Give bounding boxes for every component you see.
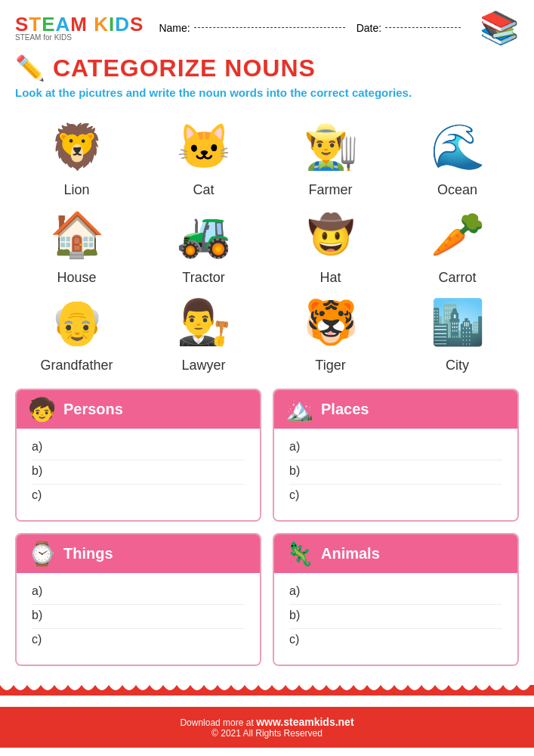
things-line-a[interactable]: a) bbox=[32, 581, 245, 605]
places-body: a) b) c) bbox=[274, 429, 517, 520]
persons-line-a[interactable]: a) bbox=[32, 436, 245, 460]
name-date-area: Name: Date: bbox=[159, 22, 472, 34]
noun-label-hat: Hat bbox=[319, 270, 341, 286]
persons-icon: 🧒 bbox=[28, 396, 56, 423]
noun-item-tractor: 🚜 Tractor bbox=[142, 202, 265, 286]
logo-t: T bbox=[29, 13, 42, 36]
tiger-image: 🐯 bbox=[286, 290, 376, 354]
logo-s: S bbox=[15, 13, 29, 36]
farmer-image: 👨‍🌾 bbox=[286, 114, 376, 178]
logo-e: E bbox=[42, 13, 55, 36]
subtitle: Look at the picutres and write the noun … bbox=[0, 86, 534, 107]
noun-item-carrot: 🥕 Carrot bbox=[396, 202, 519, 286]
noun-item-grandfather: 👴 Grandfather bbox=[15, 290, 138, 373]
date-field: Date: bbox=[357, 22, 461, 34]
logo-a: A bbox=[56, 13, 71, 36]
things-line-b[interactable]: b) bbox=[32, 605, 245, 629]
noun-item-farmer: 👨‍🌾 Farmer bbox=[269, 114, 392, 198]
noun-item-tiger: 🐯 Tiger bbox=[269, 290, 392, 373]
pencil-icon: ✏️ bbox=[15, 54, 45, 82]
noun-label-cat: Cat bbox=[193, 182, 214, 198]
noun-label-tiger: Tiger bbox=[315, 358, 345, 373]
footer-download: Download more at www.steamkids.net bbox=[15, 716, 519, 728]
footer-container: Download more at www.steamkids.net © 202… bbox=[0, 685, 534, 748]
cat-image: 🐱 bbox=[159, 114, 249, 178]
things-body: a) b) c) bbox=[17, 573, 260, 665]
animals-body: a) b) c) bbox=[274, 573, 517, 665]
header: STEAM KIDS STEAM for KIDS Name: Date: 📚 bbox=[0, 0, 534, 50]
animals-title: Animals bbox=[321, 545, 380, 562]
hat-image: 🤠 bbox=[286, 202, 376, 266]
logo-s2: S bbox=[130, 13, 144, 36]
grandfather-image: 👴 bbox=[32, 290, 122, 354]
noun-item-ocean: 🌊 Ocean bbox=[396, 114, 519, 198]
persons-title: Persons bbox=[63, 401, 123, 418]
noun-item-lawyer: 👨‍⚖️ Lawyer bbox=[142, 290, 265, 373]
noun-label-ocean: Ocean bbox=[437, 182, 477, 198]
persons-line-b[interactable]: b) bbox=[32, 460, 245, 485]
ocean-image: 🌊 bbox=[412, 114, 503, 178]
noun-item-hat: 🤠 Hat bbox=[269, 202, 392, 286]
logo-d: D bbox=[115, 13, 130, 36]
category-animals: 🦎 Animals a) b) c) bbox=[273, 533, 519, 666]
places-title: Places bbox=[321, 401, 369, 418]
places-line-a[interactable]: a) bbox=[289, 436, 502, 460]
things-header: ⌚ Things bbox=[17, 534, 260, 573]
noun-label-lawyer: Lawyer bbox=[181, 358, 225, 373]
footer-url[interactable]: www.steamkids.net bbox=[256, 716, 353, 728]
lawyer-image: 👨‍⚖️ bbox=[159, 290, 249, 354]
persons-body: a) b) c) bbox=[17, 429, 260, 520]
things-icon: ⌚ bbox=[28, 541, 56, 567]
date-label: Date: bbox=[357, 22, 381, 34]
places-icon: 🏔️ bbox=[286, 396, 313, 423]
noun-item-cat: 🐱 Cat bbox=[142, 114, 265, 198]
city-image: 🏙️ bbox=[412, 290, 503, 354]
logo-text: STEAM KIDS bbox=[15, 14, 144, 36]
persons-header: 🧒 Persons bbox=[17, 390, 260, 429]
animals-line-a[interactable]: a) bbox=[289, 581, 502, 605]
lion-image: 🦁 bbox=[32, 114, 122, 178]
places-line-c[interactable]: c) bbox=[289, 485, 502, 509]
house-image: 🏠 bbox=[32, 202, 122, 266]
noun-label-house: House bbox=[57, 270, 96, 286]
ab-book-icon: 📚 bbox=[480, 9, 519, 46]
name-label: Name: bbox=[159, 22, 190, 34]
noun-item-lion: 🦁 Lion bbox=[15, 114, 138, 198]
footer-download-text: Download more at bbox=[180, 717, 256, 728]
noun-label-lion: Lion bbox=[63, 182, 89, 198]
footer: Download more at www.steamkids.net © 202… bbox=[0, 707, 534, 748]
places-line-b[interactable]: b) bbox=[289, 460, 502, 485]
category-places: 🏔️ Places a) b) c) bbox=[273, 389, 519, 522]
date-input-line[interactable] bbox=[385, 27, 461, 28]
logo-m: M bbox=[70, 13, 88, 36]
name-input-line[interactable] bbox=[194, 27, 345, 28]
main-title: CATEGORIZE NOUNS bbox=[53, 54, 316, 82]
name-field: Name: bbox=[159, 22, 344, 34]
logo-subtitle: STEAM for KIDS bbox=[15, 33, 72, 42]
noun-label-farmer: Farmer bbox=[309, 182, 353, 198]
noun-label-city: City bbox=[446, 358, 469, 373]
things-line-c[interactable]: c) bbox=[32, 629, 245, 653]
places-header: 🏔️ Places bbox=[274, 390, 517, 429]
tractor-image: 🚜 bbox=[159, 202, 249, 266]
logo-k: K bbox=[94, 13, 109, 36]
animals-header: 🦎 Animals bbox=[274, 534, 517, 573]
categories-section: 🧒 Persons a) b) c) 🏔️ Places a) b) c) ⌚ … bbox=[0, 381, 534, 674]
footer-scallop bbox=[0, 685, 534, 696]
persons-line-c[interactable]: c) bbox=[32, 485, 245, 509]
animals-line-b[interactable]: b) bbox=[289, 605, 502, 629]
noun-item-house: 🏠 House bbox=[15, 202, 138, 286]
things-title: Things bbox=[63, 545, 113, 562]
scallop-svg bbox=[0, 685, 534, 696]
noun-item-city: 🏙️ City bbox=[396, 290, 519, 373]
carrot-image: 🥕 bbox=[412, 202, 503, 266]
title-section: ✏️ CATEGORIZE NOUNS bbox=[0, 50, 534, 86]
animals-line-c[interactable]: c) bbox=[289, 629, 502, 653]
noun-label-carrot: Carrot bbox=[438, 270, 476, 286]
logo-area: STEAM KIDS STEAM for KIDS bbox=[15, 14, 144, 42]
category-persons: 🧒 Persons a) b) c) bbox=[15, 389, 261, 522]
footer-copyright: © 2021 All Rights Reserved bbox=[15, 728, 519, 739]
category-things: ⌚ Things a) b) c) bbox=[15, 533, 261, 666]
noun-label-grandfather: Grandfather bbox=[40, 358, 113, 373]
noun-grid: 🦁 Lion 🐱 Cat 👨‍🌾 Farmer 🌊 Ocean 🏠 House … bbox=[0, 107, 534, 381]
